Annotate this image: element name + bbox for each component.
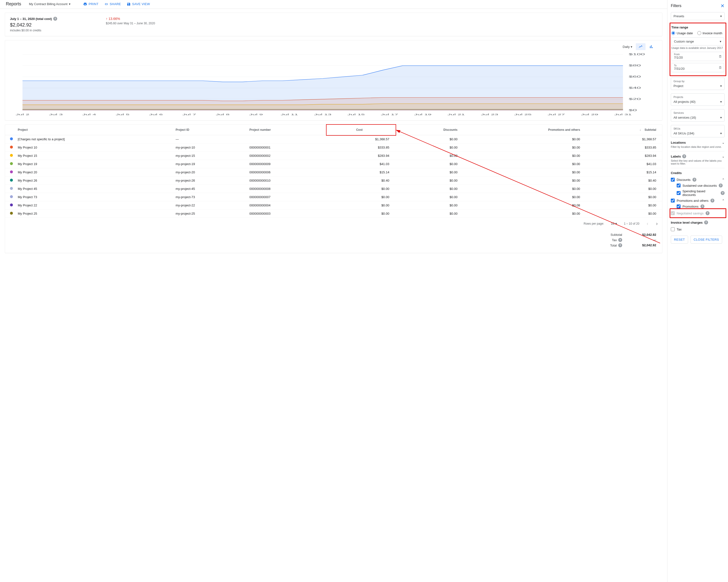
close-filters-icon[interactable]: ✕ <box>721 3 725 9</box>
svg-text:Jul 4: Jul 4 <box>82 113 96 116</box>
reset-button[interactable]: RESET <box>671 235 688 244</box>
help-icon[interactable]: ? <box>701 204 704 209</box>
skus-select[interactable]: SKUs All SKUs (194)▾ <box>671 125 725 137</box>
account-name: My Contract Billing Account <box>29 2 68 6</box>
credits-note: includes $0.00 in credits <box>10 29 57 32</box>
chevron-up-icon[interactable]: ⌃ <box>722 178 725 182</box>
page-range: 1 – 10 of 20 <box>624 222 639 225</box>
svg-text:Jul 6: Jul 6 <box>149 113 163 116</box>
locations-expander[interactable]: Locations ⌄ <box>671 141 725 144</box>
promotions-checkbox[interactable] <box>677 204 680 209</box>
help-icon[interactable]: ? <box>704 221 708 224</box>
projects-select[interactable]: Projects All projects (40)▾ <box>671 93 725 106</box>
help-icon[interactable]: ? <box>682 155 686 158</box>
spending-based-checkbox[interactable] <box>677 191 680 195</box>
svg-text:Jul 8: Jul 8 <box>216 113 230 116</box>
rows-per-page-label: Rows per page: <box>584 222 604 225</box>
table-row[interactable]: My Project 45 my-project-45 000000000008… <box>5 185 662 193</box>
table-row[interactable]: [Charges not specific to a project] — $1… <box>5 135 662 143</box>
svg-text:$40: $40 <box>629 87 641 89</box>
services-select[interactable]: Services All services (16)▾ <box>671 109 725 121</box>
prev-page-button[interactable]: ‹ <box>646 221 649 226</box>
svg-text:Jul 15: Jul 15 <box>347 113 365 116</box>
col-cost[interactable]: Cost <box>327 125 395 135</box>
usage-date-radio[interactable]: Usage date <box>671 31 693 35</box>
svg-text:$60: $60 <box>629 75 641 78</box>
svg-text:Jul 23: Jul 23 <box>481 113 498 116</box>
range-preset-select[interactable]: Custom range ▾ <box>671 37 724 46</box>
help-icon[interactable]: ? <box>706 211 709 215</box>
help-icon[interactable]: ? <box>618 238 622 242</box>
svg-text:Jul 31: Jul 31 <box>614 113 632 116</box>
svg-text:$20: $20 <box>629 98 641 101</box>
svg-text:Jul 9: Jul 9 <box>249 113 263 116</box>
presets-select[interactable]: Presets ▾ <box>671 12 725 20</box>
sustained-use-checkbox[interactable] <box>677 184 680 188</box>
negotiated-savings-checkbox <box>671 211 675 215</box>
labels-expander[interactable]: Labels? ⌄ <box>671 155 725 158</box>
svg-text:Jul 17: Jul 17 <box>381 113 398 116</box>
col-promotions[interactable]: Promotions and others <box>463 125 586 135</box>
series-color-dot <box>10 137 13 140</box>
account-selector[interactable]: My Contract Billing Account ▾ <box>29 2 71 6</box>
table-row[interactable]: My Project 10 my-project-10 000000000001… <box>5 143 662 152</box>
subtotal-value: $2,042.92 <box>632 233 656 237</box>
help-icon[interactable]: ? <box>693 178 696 182</box>
chevron-down-icon: ⌄ <box>722 155 725 158</box>
tax-checkbox[interactable] <box>671 227 675 231</box>
series-color-dot <box>10 187 13 190</box>
caret-down-icon: ▾ <box>69 2 71 6</box>
caret-down-icon: ▾ <box>720 100 722 104</box>
table-row[interactable]: My Project 73 my-project-73 000000000007… <box>5 193 662 201</box>
share-button[interactable]: SHARE <box>104 2 121 6</box>
chart-card: Daily ▾ $100$80$60$40$20$0Jul 2Jul 3Jul … <box>5 40 662 120</box>
table-row[interactable]: My Project 20 my-project-20 000000000006… <box>5 168 662 176</box>
help-icon[interactable]: ? <box>53 17 57 21</box>
aggregation-selector[interactable]: Daily ▾ <box>620 44 635 50</box>
col-project[interactable]: Project <box>15 125 173 135</box>
bar-chart-toggle[interactable] <box>647 43 656 50</box>
help-icon[interactable]: ? <box>618 243 622 247</box>
table-row[interactable]: My Project 25 my-project-25 000000000003… <box>5 210 662 218</box>
subtotal-label: Subtotal <box>583 233 622 237</box>
to-date-field[interactable]: To 7/31/20 🗓 <box>671 63 724 72</box>
table-row[interactable]: My Project 15 my-project-15 000000000002… <box>5 152 662 160</box>
group-by-select[interactable]: Group by Project▾ <box>671 78 725 90</box>
svg-text:Jul 7: Jul 7 <box>182 113 197 116</box>
usage-data-hint: Usage data is available since January 20… <box>671 47 724 49</box>
series-color-dot <box>10 212 13 215</box>
arrow-up-icon: ↑ <box>106 17 107 21</box>
caret-down-icon: ▾ <box>720 15 722 18</box>
line-chart-toggle[interactable] <box>636 43 646 50</box>
discounts-checkbox[interactable] <box>671 178 675 182</box>
col-subtotal[interactable]: ↓ Subtotal <box>586 125 662 135</box>
svg-text:Jul 19: Jul 19 <box>414 113 432 116</box>
top-toolbar: Reports My Contract Billing Account ▾ PR… <box>0 0 667 9</box>
close-filters-button[interactable]: CLOSE FILTERS <box>691 235 722 244</box>
series-color-dot <box>10 146 13 148</box>
next-page-button[interactable]: › <box>655 221 658 226</box>
help-icon[interactable]: ? <box>721 191 725 195</box>
table-row[interactable]: My Project 22 my-project-22 000000000004… <box>5 201 662 210</box>
invoice-month-radio[interactable]: Invoice month <box>697 31 722 35</box>
col-discounts[interactable]: Discounts <box>395 125 463 135</box>
help-icon[interactable]: ? <box>710 199 714 202</box>
caret-down-icon: ▾ <box>720 39 722 43</box>
promotions-others-checkbox[interactable] <box>671 199 675 202</box>
col-project-num[interactable]: Project number <box>247 125 327 135</box>
help-icon[interactable]: ? <box>719 184 723 188</box>
tax-label: Tax <box>612 238 617 242</box>
chevron-up-icon[interactable]: ⌃ <box>722 199 725 202</box>
print-button[interactable]: PRINT <box>83 2 99 6</box>
table-row[interactable]: My Project 19 my-project-19 000000000009… <box>5 160 662 168</box>
caret-down-icon: ▾ <box>631 45 632 49</box>
table-row[interactable]: My Project 26 my-project-26 000000000010… <box>5 176 662 185</box>
series-color-dot <box>10 203 13 206</box>
svg-text:Jul 2: Jul 2 <box>16 113 29 116</box>
from-date-field[interactable]: From 7/1/20 🗓 <box>671 52 724 61</box>
cost-chart: $100$80$60$40$20$0Jul 2Jul 3Jul 4Jul 5Ju… <box>8 52 659 118</box>
rows-per-page-select[interactable]: 10▾ <box>611 222 617 225</box>
col-project-id[interactable]: Project ID <box>173 125 247 135</box>
save-view-button[interactable]: SAVE VIEW <box>127 2 150 6</box>
print-icon <box>83 2 87 6</box>
